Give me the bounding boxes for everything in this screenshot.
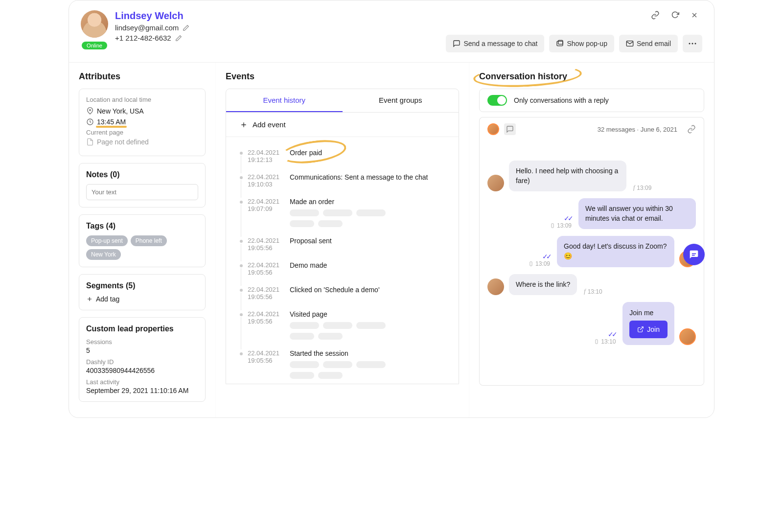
attributes-title: Attributes — [79, 71, 206, 82]
event-item: 22.04.202119:07:09Made an order — [238, 193, 447, 232]
show-popup-button[interactable]: Show pop-up — [549, 35, 614, 52]
tag[interactable]: Pop-up sent — [86, 235, 128, 246]
notes-card: Notes (0) — [79, 163, 206, 208]
tag[interactable]: New York — [86, 249, 121, 260]
page-icon — [86, 138, 94, 146]
customer-avatar — [487, 175, 504, 191]
svg-rect-8 — [552, 224, 553, 228]
chat-body: Hello. I need help with choosing a fare)… — [479, 141, 704, 386]
send-email-button[interactable]: Send email — [619, 35, 678, 52]
edit-icon[interactable] — [175, 35, 182, 42]
add-event-button[interactable]: Add event — [226, 113, 459, 137]
events-title: Events — [226, 71, 459, 82]
event-item: 22.04.202119:05:56Clicked on 'Schedule a… — [238, 281, 447, 305]
svg-rect-0 — [557, 41, 563, 46]
customer-avatar — [487, 278, 504, 295]
read-icon: ✓✓ — [564, 214, 572, 222]
svg-rect-9 — [530, 261, 532, 265]
channel-icon: f — [633, 184, 635, 191]
svg-point-6 — [90, 110, 91, 111]
add-tag-button[interactable]: Add tag — [86, 295, 198, 303]
refresh-icon[interactable] — [670, 10, 680, 20]
event-item: 22.04.202119:10:03Communications: Sent a… — [238, 168, 447, 193]
svg-point-4 — [692, 43, 693, 45]
tab-event-groups[interactable]: Event groups — [343, 89, 459, 112]
svg-point-5 — [695, 43, 696, 45]
chat-fab[interactable] — [683, 244, 705, 265]
clock-icon — [86, 118, 94, 126]
event-item: 22.04.202119:05:56Visited page — [238, 305, 447, 345]
profile-phone: +1 212-482-6632 — [115, 34, 171, 42]
event-item: 22.04.202119:12:13Order paid — [238, 144, 447, 168]
status-badge: Online — [82, 42, 107, 49]
conversation-header: 32 messages · June 6, 2021 — [479, 117, 704, 141]
link-icon[interactable] — [687, 125, 696, 134]
pin-icon — [86, 107, 94, 115]
svg-rect-10 — [596, 340, 598, 344]
device-icon — [550, 222, 555, 229]
close-icon[interactable] — [690, 10, 699, 20]
send-chat-button[interactable]: Send a message to chat — [446, 35, 544, 52]
device-icon — [529, 260, 533, 267]
tags-card: Tags (4) Pop-up sentPhone leftNew York — [79, 214, 206, 267]
event-item: 22.04.202119:05:56Started the session — [238, 345, 447, 384]
more-button[interactable] — [683, 35, 702, 52]
svg-rect-1 — [558, 40, 563, 44]
conversation-title: Conversation history — [479, 71, 704, 82]
conversation-filter: Only conversations with a reply — [479, 89, 704, 112]
agent-avatar — [487, 123, 499, 135]
custom-props-card: Custom lead properties Sessions 5 Dashly… — [79, 317, 206, 402]
edit-icon[interactable] — [183, 24, 189, 31]
location-card: Location and local time New York, USA 13… — [79, 89, 206, 156]
message-in: Hello. I need help with choosing a fare) — [509, 161, 626, 191]
join-button[interactable]: Join — [629, 321, 668, 338]
profile-avatar — [81, 10, 108, 38]
channel-icon: f — [584, 288, 585, 295]
tag[interactable]: Phone left — [131, 235, 167, 246]
notes-input[interactable] — [86, 184, 198, 200]
agent-avatar — [679, 328, 696, 345]
read-icon: ✓✓ — [608, 330, 616, 338]
profile-email: lindsey@gmail.com — [115, 23, 179, 32]
join-card: Join me Join — [622, 302, 674, 345]
tab-event-history[interactable]: Event history — [226, 89, 343, 112]
svg-point-3 — [689, 43, 691, 45]
device-icon — [594, 338, 599, 345]
profile-header: Online Lindsey Welch lindsey@gmail.com +… — [69, 0, 714, 63]
event-item: 22.04.202119:05:56Demo made — [238, 256, 447, 281]
message-out: Good day! Let's discuss in Zoom? 😊 — [557, 236, 674, 267]
copy-link-icon[interactable] — [650, 10, 660, 20]
chat-icon — [504, 123, 516, 135]
segments-card: Segments (5) Add tag — [79, 274, 206, 310]
message-out: We will answer you within 30 minutes via… — [578, 198, 696, 229]
filter-toggle[interactable] — [487, 95, 507, 106]
profile-name[interactable]: Lindsey Welch — [115, 10, 189, 22]
event-item: 22.04.202119:05:56Proposal sent — [238, 232, 447, 256]
read-icon: ✓✓ — [542, 253, 550, 260]
message-in: Where is the link? — [509, 274, 577, 296]
